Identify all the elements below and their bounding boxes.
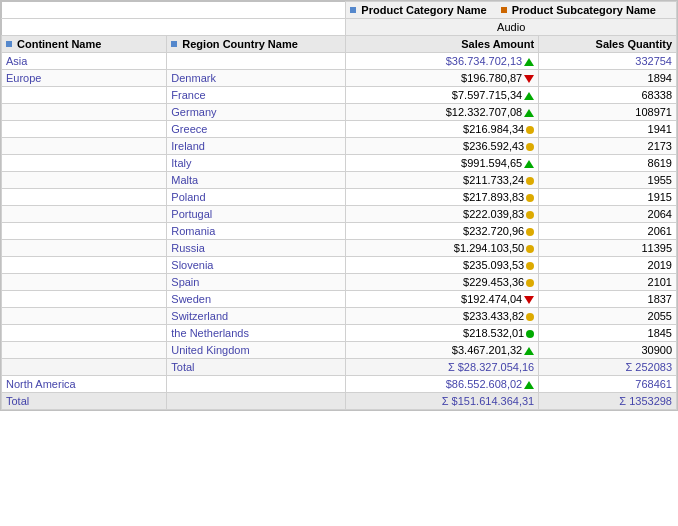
sales-value: $217.893,83 <box>463 191 524 203</box>
sales-cell: Σ $28.327.054,16 <box>346 359 539 376</box>
qty-cell: 1915 <box>539 189 677 206</box>
qty-cell: 332754 <box>539 53 677 70</box>
category-bullet <box>350 7 356 13</box>
sales-value: $235.093,53 <box>463 259 524 271</box>
country-cell[interactable]: the Netherlands <box>167 325 346 342</box>
continent-bullet <box>6 41 12 47</box>
sales-value: $192.474,04 <box>461 293 522 305</box>
country-cell[interactable]: Ireland <box>167 138 346 155</box>
sales-value: $232.720,96 <box>463 225 524 237</box>
continent-cell <box>2 189 167 206</box>
sales-value: Σ $28.327.054,16 <box>448 361 534 373</box>
sales-cell: $236.592,43 <box>346 138 539 155</box>
circle-yellow-icon <box>526 228 534 236</box>
country-cell[interactable]: Greece <box>167 121 346 138</box>
table-row: France$7.597.715,3468338 <box>2 87 677 104</box>
sales-value: $12.332.707,08 <box>446 106 522 118</box>
qty-cell: 30900 <box>539 342 677 359</box>
sales-value: $991.594,65 <box>461 157 522 169</box>
table-row: Ireland$236.592,432173 <box>2 138 677 155</box>
sales-cell: $235.093,53 <box>346 257 539 274</box>
country-bullet <box>171 41 177 47</box>
continent-cell <box>2 274 167 291</box>
circle-yellow-icon <box>526 262 534 270</box>
country-cell[interactable]: France <box>167 87 346 104</box>
continent-cell <box>2 359 167 376</box>
qty-cell: 2061 <box>539 223 677 240</box>
qty-cell: 1894 <box>539 70 677 87</box>
sales-value: $7.597.715,34 <box>452 89 522 101</box>
arrow-up-icon <box>524 381 534 389</box>
sales-cell: $233.433,82 <box>346 308 539 325</box>
qty-cell: 1845 <box>539 325 677 342</box>
continent-cell <box>2 325 167 342</box>
qty-cell: 2173 <box>539 138 677 155</box>
country-cell[interactable]: Sweden <box>167 291 346 308</box>
category-label: Product Category Name <box>361 4 486 16</box>
sales-value: $236.592,43 <box>463 140 524 152</box>
continent-header: Continent Name <box>2 36 167 53</box>
country-cell[interactable]: Total <box>167 359 346 376</box>
continent-cell <box>2 155 167 172</box>
qty-cell: 768461 <box>539 376 677 393</box>
sales-cell: $86.552.608,02 <box>346 376 539 393</box>
audio-label: Audio <box>497 21 525 33</box>
qty-cell: 2101 <box>539 274 677 291</box>
circle-yellow-icon <box>526 313 534 321</box>
country-cell[interactable]: United Kingdom <box>167 342 346 359</box>
country-cell[interactable]: Malta <box>167 172 346 189</box>
country-header: Region Country Name <box>167 36 346 53</box>
country-cell[interactable]: Russia <box>167 240 346 257</box>
sales-cell: Σ $151.614.364,31 <box>346 393 539 410</box>
sales-cell: $232.720,96 <box>346 223 539 240</box>
sales-cell: $217.893,83 <box>346 189 539 206</box>
arrow-up-icon <box>524 160 534 168</box>
country-cell[interactable]: Poland <box>167 189 346 206</box>
continent-cell <box>2 308 167 325</box>
arrow-up-icon <box>524 109 534 117</box>
qty-cell: Σ 252083 <box>539 359 677 376</box>
continent-cell <box>2 121 167 138</box>
sales-cell: $36.734.702,13 <box>346 53 539 70</box>
country-cell[interactable]: Germany <box>167 104 346 121</box>
table-row: Greece$216.984,341941 <box>2 121 677 138</box>
sales-value: $218.532,01 <box>463 327 524 339</box>
continent-cell <box>2 257 167 274</box>
table-row: Italy$991.594,658619 <box>2 155 677 172</box>
qty-cell: 2055 <box>539 308 677 325</box>
sales-value: $1.294.103,50 <box>454 242 524 254</box>
qty-cell: 1955 <box>539 172 677 189</box>
continent-cell <box>2 138 167 155</box>
country-cell[interactable]: Romania <box>167 223 346 240</box>
arrow-down-icon <box>524 75 534 83</box>
sales-cell: $1.294.103,50 <box>346 240 539 257</box>
circle-yellow-icon <box>526 177 534 185</box>
circle-yellow-icon <box>526 143 534 151</box>
country-cell[interactable]: Denmark <box>167 70 346 87</box>
country-cell[interactable]: Italy <box>167 155 346 172</box>
subcategory-bullet <box>501 7 507 13</box>
subcategory-label: Product Subcategory Name <box>512 4 656 16</box>
continent-cell <box>2 206 167 223</box>
country-cell[interactable]: Spain <box>167 274 346 291</box>
country-cell[interactable]: Slovenia <box>167 257 346 274</box>
table-row: North America$86.552.608,02768461 <box>2 376 677 393</box>
sales-cell: $229.453,36 <box>346 274 539 291</box>
table-row: Spain$229.453,362101 <box>2 274 677 291</box>
country-cell[interactable]: Switzerland <box>167 308 346 325</box>
table-row: Germany$12.332.707,08108971 <box>2 104 677 121</box>
main-table-container: Product Category Name Product Subcategor… <box>0 0 678 411</box>
country-cell[interactable]: Portugal <box>167 206 346 223</box>
qty-cell: Σ 1353298 <box>539 393 677 410</box>
arrow-up-icon <box>524 58 534 66</box>
country-cell <box>167 393 346 410</box>
table-row: Sweden$192.474,041837 <box>2 291 677 308</box>
table-row: Malta$211.733,241955 <box>2 172 677 189</box>
table-row: Romania$232.720,962061 <box>2 223 677 240</box>
continent-cell: Asia <box>2 53 167 70</box>
sales-value: $233.433,82 <box>463 310 524 322</box>
qty-cell: 2019 <box>539 257 677 274</box>
table-row: the Netherlands$218.532,011845 <box>2 325 677 342</box>
sales-value: $216.984,34 <box>463 123 524 135</box>
sales-header: Sales Amount <box>346 36 539 53</box>
